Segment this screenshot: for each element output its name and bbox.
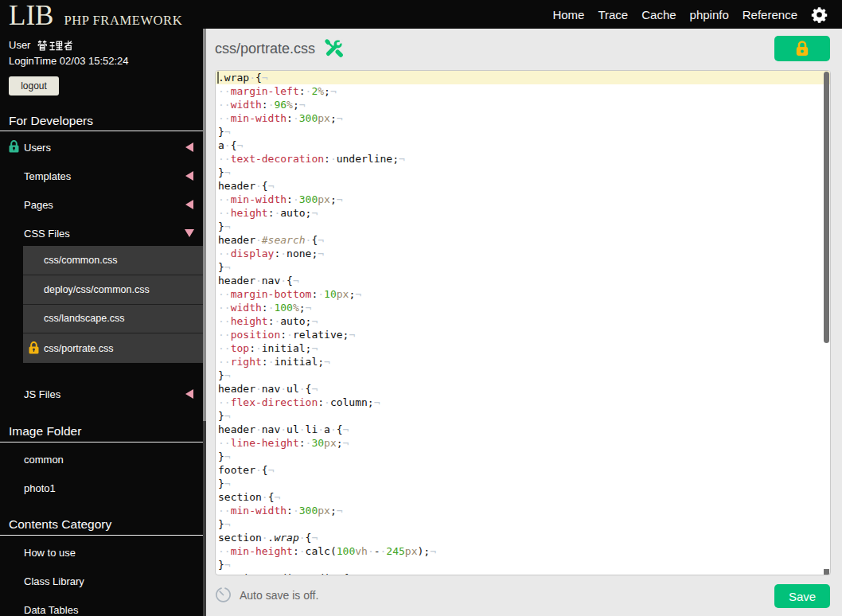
divider [0,131,203,131]
sidebar-item-js-files[interactable]: JS Files [24,388,60,400]
code-line: ··margin-left:·2%;¬ [218,84,436,98]
code-line: section·{¬ [218,490,436,504]
nav-phpinfo[interactable]: phpinfo [690,8,729,21]
code-line: }¬ [218,368,436,382]
code-line: header·nav·{¬ [218,274,436,287]
code-line: }¬ [218,409,436,423]
code-line: ··display:·none;¬ [218,247,436,260]
expand-arrow-css-files[interactable] [185,229,194,237]
code-line: }¬ [218,166,436,179]
code-line: }¬ [218,450,436,463]
editor-scrollbar-thumb[interactable] [824,72,829,343]
save-button[interactable]: Save [774,584,830,608]
code-line: }¬ [218,558,436,571]
collapse-arrow-users[interactable] [185,142,193,152]
sidebar-item-photo1[interactable]: photo1 [24,482,56,494]
code-line: header·{¬ [218,179,436,193]
logout-button[interactable]: logout [9,76,59,96]
code-editor[interactable]: .wrap·{¬··margin-left:·2%;¬··width:·96%;… [215,70,831,575]
nav-reference[interactable]: Reference [743,8,797,21]
autosave-status: Auto save is off. [240,589,318,602]
code-line: }¬ [218,517,436,531]
gear-icon[interactable] [811,6,828,23]
code-line: ··margin-bottom:·10px;¬ [218,287,436,301]
sidebar-scrollbar-thumb[interactable] [203,29,206,421]
submenu-item-css-common[interactable]: css/common.css [23,246,203,275]
code-line: .wrap·{¬ [218,71,436,84]
nav-home[interactable]: Home [552,8,584,21]
kanji-administrator [37,40,73,51]
sidebar-item-pages[interactable]: Pages [24,199,53,211]
code-line: ··right:·initial;¬ [218,355,436,368]
css-files-submenu: css/common.css deploy/css/common.css css… [23,246,203,363]
login-time: LoginTime 02/03 15:52:24 [9,55,129,67]
code-line: ··height:·auto;¬ [218,314,436,328]
nav-cache[interactable]: Cache [641,8,676,21]
top-navigation-bar: Home Trace Cache phpinfo Reference [203,0,842,29]
submenu-item-label: css/portrate.css [44,343,114,354]
code-line: }¬ [218,125,436,138]
section-heading-image-folder: Image Folder [9,424,81,439]
sidebar-item-how-to-use[interactable]: How to use [24,547,76,559]
brand-tagline: PHP FRAMEWORK [64,13,182,29]
sidebar-item-class-library[interactable]: Class Library [24,575,84,587]
code-line: a·{¬ [218,138,436,152]
user-prefix: User [9,39,30,51]
submenu-item-deploy-css-common[interactable]: deploy/css/common.css [23,275,203,305]
code-line: footer·{¬ [218,463,436,477]
sidebar-scrollbar-track[interactable] [203,29,206,616]
code-line: ··min-width:·300px;¬ [218,504,436,517]
code-content: .wrap·{¬··margin-left:·2%;¬··width:·96%;… [218,71,436,575]
collapse-arrow-js-files[interactable] [185,389,193,399]
sidebar-item-common[interactable]: common [24,454,64,466]
code-line: ··min-height:·calc(100vh·-·245px);¬ [218,544,436,558]
divider [0,535,203,536]
padlock-icon [796,41,809,57]
code-line: ··width:·100%;¬ [218,301,436,314]
user-label: User [9,39,73,51]
section-heading-contents-category: Contents Category [9,517,111,532]
lock-button[interactable] [774,36,830,61]
yellow-lock-icon [29,341,39,354]
code-line: ··top:·initial;¬ [218,341,436,355]
timer-circle-icon [215,587,232,603]
nav-trace[interactable]: Trace [598,8,628,21]
divider [0,442,203,443]
code-line: section·.wrap·{¬ [218,531,436,544]
code-line: }¬ [218,477,436,490]
code-line: header·nav·ul·li·a·{¬ [218,423,436,436]
brand-logo: LIB PHP FRAMEWORK [9,0,182,32]
green-lock-icon [9,140,19,153]
submenu-item-css-portrate-active[interactable]: css/portrate.css [23,333,203,363]
code-line: header·#search·{¬ [218,233,436,247]
code-line: ··position:·relative;¬ [218,328,436,341]
sidebar: LIB PHP FRAMEWORK User LoginTime 02/03 1… [0,0,203,616]
code-line: ··min-width:·300px;¬ [218,111,436,125]
code-line: ··height:·auto;¬ [218,206,436,220]
collapse-arrow-templates[interactable] [185,171,193,181]
section-heading-for-developers: For Developers [9,114,93,128]
sidebar-item-users[interactable]: Users [24,142,51,154]
code-line: ··width:·96%;¬ [218,98,436,111]
code-line: ··text-decoration:·underline;¬ [218,152,436,166]
page-title-filename: css/portrate.css [215,41,315,57]
code-line: }¬ [218,260,436,274]
sidebar-item-templates[interactable]: Templates [24,170,71,182]
code-line: section·>·div·>·div·{¬ [218,571,436,575]
sidebar-item-data-tables[interactable]: Data Tables [24,604,78,616]
code-line: ··min-width:·300px;¬ [218,193,436,206]
code-line: ··flex-direction:·column;¬ [218,396,436,409]
sidebar-item-css-files[interactable]: CSS Files [24,228,70,240]
editor-scrollbar-corner [824,569,829,575]
submenu-item-css-landscape[interactable]: css/landscape.css [23,305,203,334]
code-line: }¬ [218,220,436,233]
code-line: header·nav·ul·{¬ [218,382,436,396]
code-line: ··line-height:·30px;¬ [218,436,436,450]
tools-icon[interactable] [323,37,345,59]
collapse-arrow-pages[interactable] [185,200,193,209]
brand-name: LIB [9,0,53,32]
